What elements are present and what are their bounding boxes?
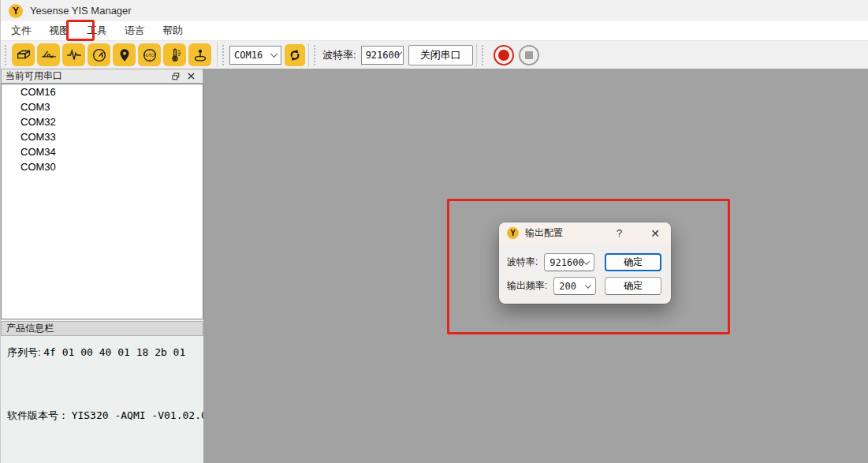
ports-panel-title: 当前可用串口 (6, 69, 62, 83)
port-select[interactable]: COM16 (229, 46, 281, 65)
dialog-rate-ok-button[interactable]: 确定 (605, 277, 661, 295)
baud-select-value: 921600 (366, 50, 400, 61)
window-title: Yesense YIS Manager (30, 5, 132, 17)
location-icon[interactable] (113, 43, 136, 66)
product-info-title: 产品信息栏 (6, 322, 54, 335)
port-select-value: COM16 (234, 50, 263, 61)
dialog-rate-select[interactable]: 200 (553, 277, 596, 295)
dialog-baud-row: 波特率: 921600 确定 (507, 253, 661, 271)
product-info-header: 产品信息栏 (1, 321, 203, 336)
toolbar-drag-handle[interactable] (222, 45, 226, 65)
port-list-item[interactable]: COM3 (2, 99, 203, 114)
angle-plot-icon[interactable] (37, 43, 60, 66)
menu-file[interactable]: 文件 (2, 21, 40, 40)
close-port-button[interactable]: 关闭串口 (408, 45, 473, 65)
baud-rate-label: 波特率: (322, 48, 356, 62)
software-version-value: YIS320 -AQMI -V01.02.03; (72, 409, 220, 421)
level-icon[interactable] (188, 43, 211, 66)
menubar: 文件 视图 工具 语言 帮助 (1, 21, 868, 41)
cube-3d-icon[interactable] (12, 43, 35, 66)
chevron-down-icon (270, 50, 278, 58)
chevron-down-icon (585, 282, 591, 288)
dialog-baud-select[interactable]: 921600 (544, 253, 594, 271)
utc-glyph: UTC (145, 52, 154, 57)
port-list-item[interactable]: COM16 (2, 84, 203, 99)
dialog-rate-label: 输出频率: (507, 279, 547, 293)
dialog-baud-ok-button[interactable]: 确定 (605, 253, 661, 271)
menu-view[interactable]: 视图 (40, 21, 78, 40)
dialog-close-button[interactable]: ✕ (649, 228, 661, 239)
software-version-label: 软件版本号： (7, 409, 69, 421)
app-logo-icon: Y (9, 4, 23, 18)
menu-language[interactable]: 语言 (116, 21, 154, 40)
dialog-body: 波特率: 921600 确定 输出频率: 200 确定 (499, 244, 671, 295)
menu-tools[interactable]: 工具 (78, 21, 116, 40)
float-panel-button[interactable] (168, 73, 184, 80)
software-version-row: 软件版本号： YIS320 -AQMI -V01.02.03; (7, 409, 219, 423)
toolbar-drag-handle[interactable] (482, 45, 486, 65)
dialog-rate-row: 输出频率: 200 确定 (507, 277, 661, 295)
waveform-plot-icon[interactable] (62, 43, 85, 66)
product-info-panel: 序列号: 4f 01 00 40 01 18 2b 01 软件版本号： YIS3… (1, 336, 203, 463)
port-list-item[interactable]: COM30 (2, 159, 203, 174)
refresh-ports-button[interactable] (285, 44, 305, 66)
toolbar-separator (217, 43, 218, 67)
dialog-app-logo-icon: Y (507, 227, 519, 239)
toolbar-separator (476, 43, 477, 67)
dialog-help-button[interactable]: ? (615, 228, 624, 238)
dialog-rate-value: 200 (559, 281, 576, 292)
serial-number-label: 序列号: (7, 346, 41, 358)
utc-clock-icon[interactable]: UTC (138, 43, 161, 66)
toolbar-drag-handle[interactable] (314, 45, 318, 65)
stop-button[interactable] (519, 45, 539, 65)
toolbar-separator (308, 43, 309, 67)
chevron-down-icon (583, 258, 590, 264)
port-list-item[interactable]: COM34 (2, 144, 203, 159)
toolbar: UTC COM16 (1, 41, 868, 69)
gauge-icon[interactable] (88, 43, 110, 66)
close-panel-button[interactable] (184, 73, 199, 80)
port-list-item[interactable]: COM33 (2, 129, 203, 144)
record-icon (498, 50, 509, 61)
ports-panel-header: 当前可用串口 (1, 69, 203, 84)
stop-icon (525, 51, 533, 59)
baud-select[interactable]: 921600 (361, 46, 404, 65)
dialog-baud-value: 921600 (549, 257, 583, 268)
serial-number-value: 4f 01 00 40 01 18 2b 01 (43, 346, 185, 358)
port-list-item[interactable]: COM32 (2, 114, 203, 129)
thermometer-icon[interactable] (163, 43, 186, 66)
dialog-title: 输出配置 (525, 226, 609, 240)
dialog-baud-label: 波特率: (507, 256, 538, 269)
serial-number-row: 序列号: 4f 01 00 40 01 18 2b 01 (7, 345, 185, 360)
record-button[interactable] (494, 45, 514, 65)
output-config-dialog: Y 输出配置 ? ✕ 波特率: 921600 确定 输出频率: 200 确定 (499, 222, 671, 304)
dialog-titlebar: Y 输出配置 ? ✕ (499, 222, 671, 244)
port-list: COM16 COM3 COM32 COM33 COM34 COM30 (1, 84, 203, 319)
titlebar: Y Yesense YIS Manager (1, 0, 868, 21)
toolbar-drag-handle[interactable] (5, 45, 9, 65)
app-window: Y Yesense YIS Manager 文件 视图 工具 语言 帮助 (0, 0, 868, 463)
menu-help[interactable]: 帮助 (154, 21, 192, 40)
ports-dock-panel: 当前可用串口 COM16 COM3 COM32 COM33 COM34 COM3… (1, 69, 203, 463)
